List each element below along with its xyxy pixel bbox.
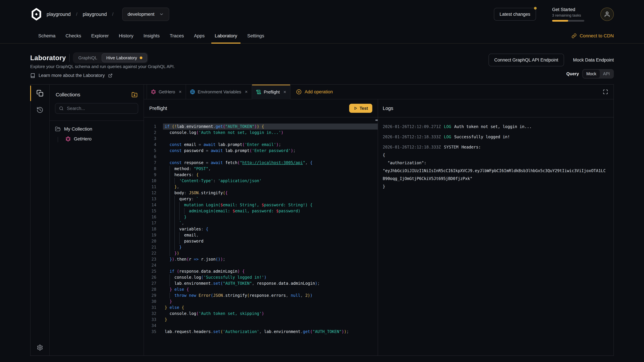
nav-item-traces[interactable]: Traces (165, 28, 189, 43)
add-operation-button[interactable]: Add operation (290, 85, 338, 99)
log-detail-line: "authorization": (383, 159, 606, 167)
nav-item-checks[interactable]: Checks (60, 28, 86, 43)
script-icon (256, 89, 261, 94)
sidebar-icon-strip (30, 85, 50, 356)
active-dot (140, 56, 142, 59)
hive-logo-icon[interactable] (30, 8, 42, 20)
mode-option-hive-laboratory[interactable]: Hive Laboratory (102, 53, 147, 62)
get-started-widget[interactable]: Get Started 3 remaining tasks (552, 7, 584, 22)
code-line[interactable]: 6 (144, 154, 378, 160)
code-line[interactable]: 26 console.log('Successfully logged in!'… (144, 274, 378, 280)
graphql-icon (66, 136, 71, 142)
code-line[interactable]: 34 (144, 323, 378, 329)
code-line[interactable]: 16 } (144, 214, 378, 220)
line-number: 5 (144, 148, 163, 154)
breadcrumb-project[interactable]: playground (83, 11, 107, 17)
collection-folder[interactable]: My Collection (55, 126, 138, 132)
code-line[interactable]: 18 variables: { (144, 226, 378, 232)
mode-option-graphiql[interactable]: GraphiQL (74, 53, 102, 62)
log-timestamp: 2026-01-26T12:12:18.333Z (383, 135, 441, 139)
close-icon[interactable]: × (284, 89, 286, 95)
query-option-api[interactable]: API (600, 70, 613, 78)
log-detail-line: "eyJhbGciOiJIUzI1NiIsInR5cCI6IkpXVCJ9.ey… (383, 167, 606, 175)
nav-item-history[interactable]: History (114, 28, 138, 43)
line-number: 15 (144, 208, 163, 214)
connect-cdn-link[interactable]: Connect to CDN (572, 28, 618, 43)
nav-item-insights[interactable]: Insights (138, 28, 165, 43)
learn-more-link[interactable]: Learn more about the Laboratory (30, 73, 175, 78)
code-line[interactable]: 29 throw new Error(JSON.stringify(respon… (144, 293, 378, 299)
collections-icon[interactable] (36, 90, 44, 97)
new-folder-icon[interactable] (132, 92, 138, 98)
tab-gethero[interactable]: GetHero× (146, 85, 186, 99)
test-button[interactable]: Test (349, 104, 372, 113)
tab-environment-variables[interactable]: Environment Variables× (186, 85, 252, 99)
mock-endpoint-button[interactable]: Mock Data Endpoint (573, 57, 614, 63)
code-editor[interactable]: 1if (!lab.environment.get("AUTH_TOKEN"))… (144, 117, 378, 356)
nav-item-explorer[interactable]: Explorer (86, 28, 114, 43)
search-input[interactable] (67, 106, 134, 111)
code-line[interactable]: 1if (!lab.environment.get("AUTH_TOKEN"))… (144, 123, 378, 130)
nav-item-apps[interactable]: Apps (189, 28, 210, 43)
code-line[interactable]: 9 headers: { (144, 172, 378, 178)
target-selector[interactable]: development (122, 7, 169, 21)
add-operation-label: Add operation (304, 89, 333, 94)
code-line[interactable]: 35lab.request.headers.set('Authorization… (144, 329, 378, 335)
avatar[interactable] (600, 7, 614, 21)
code-line[interactable]: 15 adminLogin(email: $email, password: $… (144, 208, 378, 214)
nav-item-schema[interactable]: Schema (33, 28, 60, 43)
fullscreen-icon[interactable] (603, 89, 608, 94)
laboratory-header: Laboratory GraphiQL Hive Laboratory Expl… (0, 43, 644, 79)
log-message: Auth token not set, loggin in... (454, 124, 532, 129)
query-option-mock[interactable]: Mock (583, 70, 600, 78)
code-line[interactable]: 21 } (144, 244, 378, 250)
logs-body[interactable]: 2026-01-26T12:12:09.271ZLOGAuth token no… (378, 117, 614, 356)
code-line[interactable]: 23 }).then(r => r.json()); (144, 256, 378, 262)
code-line[interactable]: 32 console.log('Auth token set, skipping… (144, 311, 378, 317)
code-line[interactable]: 31} else { (144, 305, 378, 311)
close-icon[interactable]: × (245, 89, 248, 94)
resize-handle[interactable] (375, 119, 378, 121)
line-number: 18 (144, 226, 163, 232)
close-icon[interactable]: × (179, 89, 182, 94)
line-number: 35 (144, 329, 163, 335)
code-line[interactable]: 27 lab.environment.set("AUTH_TOKEN", res… (144, 280, 378, 286)
code-line[interactable]: 19 email, (144, 232, 378, 238)
nav-item-settings[interactable]: Settings (242, 28, 269, 43)
latest-changes-label: Latest changes (500, 12, 530, 17)
code-line[interactable]: 4 const email = await lab.prompt('Enter … (144, 142, 378, 148)
code-line[interactable]: 30 } (144, 299, 378, 305)
code-line[interactable]: 13 query: ` (144, 196, 378, 202)
code-line[interactable]: 7 const response = await fetch("http://l… (144, 160, 378, 166)
history-icon[interactable] (36, 106, 44, 113)
code-line[interactable]: 17 `, (144, 220, 378, 226)
line-number: 10 (144, 178, 163, 184)
line-number: 1 (144, 123, 163, 130)
code-line[interactable]: 11 }, (144, 184, 378, 190)
code-line[interactable]: 22 }) (144, 250, 378, 256)
code-line[interactable]: 5 const password = await lab.prompt('Ent… (144, 148, 378, 154)
code-line[interactable]: 10 'Content-Type': 'application/json' (144, 178, 378, 184)
collections-tree: My Collection GetHero (50, 120, 144, 356)
breadcrumb-org[interactable]: playground (46, 11, 71, 17)
connect-endpoint-button[interactable]: Connect GraphQL API Endpoint (488, 54, 564, 66)
code-line[interactable]: 2 console.log('Auth token not set, loggi… (144, 130, 378, 136)
external-link-icon (108, 73, 112, 78)
code-line[interactable]: 20 password (144, 238, 378, 244)
settings-gear-icon[interactable] (37, 345, 43, 351)
code-line[interactable]: 24 (144, 262, 378, 268)
code-line[interactable]: 25 if (response.data.adminLogin) { (144, 268, 378, 274)
log-level: LOG (444, 135, 451, 139)
code-line[interactable]: 28 } else { (144, 286, 378, 293)
code-line[interactable]: 8 method: "POST", (144, 166, 378, 172)
nav-item-laboratory[interactable]: Laboratory (210, 28, 242, 43)
code-line[interactable]: 33} (144, 317, 378, 323)
page-subtitle: Explore your GraphQL schema and run quer… (30, 64, 175, 69)
code-line[interactable]: 12 body: JSON.stringify({ (144, 190, 378, 196)
latest-changes-button[interactable]: Latest changes (494, 8, 536, 21)
collection-operation[interactable]: GetHero (66, 136, 138, 142)
code-line[interactable]: 3 (144, 136, 378, 142)
code-line[interactable]: 14 mutation Login($email: String!, $pass… (144, 202, 378, 208)
line-number: 2 (144, 130, 163, 136)
tab-preflight[interactable]: Preflight× (252, 85, 291, 99)
